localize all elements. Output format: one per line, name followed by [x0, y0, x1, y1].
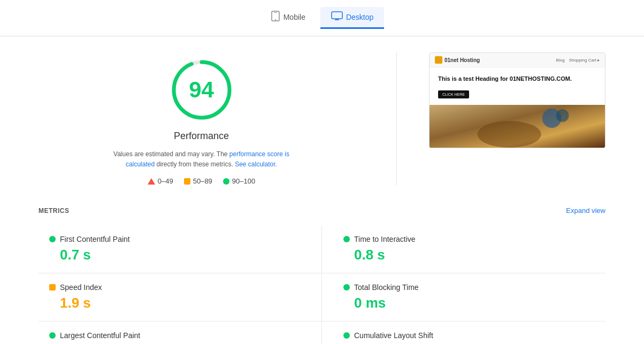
metric-tti-title-row: Time to Interactive	[343, 235, 594, 243]
metric-cls-title: Cumulative Layout Shift	[354, 331, 433, 340]
description-text: Values are estimated and may vary. The	[113, 150, 229, 158]
screenshot-header: 01net Hosting Blog Shopping Cart ▸	[430, 53, 605, 67]
tab-bar: Mobile Desktop	[0, 0, 644, 36]
svg-point-11	[477, 121, 541, 148]
metric-tbt-title-row: Total Blocking Time	[343, 283, 594, 292]
triangle-icon	[148, 178, 155, 185]
screenshot-section: 01net Hosting Blog Shopping Cart ▸ This …	[429, 52, 605, 148]
metric-lcp: Largest Contentful Paint 1.1 s	[39, 322, 322, 344]
metric-si-title: Speed Index	[60, 283, 102, 292]
legend-fail-range: 0–49	[158, 177, 173, 185]
top-section: 94 Performance Values are estimated and …	[39, 52, 605, 185]
score-gauge: 94	[170, 58, 234, 122]
legend-pass: 90–100	[223, 177, 255, 185]
metric-tbt-title: Total Blocking Time	[354, 283, 419, 292]
metric-si-title-row: Speed Index	[49, 283, 300, 292]
nav-item-2: Shopping Cart ▸	[569, 58, 600, 63]
calculator-link[interactable]: See calculator	[235, 160, 275, 168]
screenshot-nav: Blog Shopping Cart ▸	[556, 58, 600, 63]
metric-tti-value: 0.8 s	[354, 247, 594, 263]
svg-rect-3	[332, 12, 342, 19]
metric-tbt-dot	[343, 284, 350, 291]
metrics-title: METRICS	[39, 207, 70, 215]
legend-fail: 0–49	[148, 177, 173, 185]
metric-cls-dot	[343, 332, 350, 339]
nav-item-1: Blog	[556, 58, 565, 63]
screenshot-food-image	[430, 105, 605, 148]
screenshot-cta-button: CLICK HERE	[438, 90, 469, 98]
metric-cls-title-row: Cumulative Layout Shift	[343, 331, 594, 340]
circle-icon	[223, 178, 229, 185]
metric-tti-dot	[343, 236, 350, 242]
metric-cls: Cumulative Layout Shift 0	[322, 322, 605, 344]
description-end: .	[275, 160, 277, 168]
tab-mobile-label: Mobile	[283, 13, 305, 21]
metric-fcp-value: 0.7 s	[60, 247, 300, 263]
legend-pass-range: 90–100	[232, 177, 255, 185]
score-section: 94 Performance Values are estimated and …	[39, 52, 364, 185]
square-icon	[184, 178, 190, 185]
metrics-grid: First Contentful Paint 0.7 s Time to Int…	[39, 225, 605, 344]
metric-si-dot	[49, 284, 56, 291]
tab-desktop-label: Desktop	[346, 13, 373, 21]
metric-si: Speed Index 1.9 s	[39, 273, 322, 322]
logo-icon	[435, 56, 442, 64]
metric-fcp-title: First Contentful Paint	[60, 235, 130, 243]
metric-tti: Time to Interactive 0.8 s	[322, 225, 605, 273]
score-description: Values are estimated and may vary. The p…	[100, 149, 303, 170]
legend: 0–49 50–89 90–100	[148, 177, 255, 185]
expand-view-button[interactable]: Expand view	[566, 207, 605, 215]
vertical-divider	[396, 52, 397, 185]
score-number: 94	[189, 77, 214, 103]
metric-lcp-dot	[49, 332, 56, 339]
svg-point-10	[556, 109, 569, 122]
metric-fcp-dot	[49, 236, 56, 242]
main-content: 94 Performance Values are estimated and …	[28, 36, 616, 344]
tab-desktop[interactable]: Desktop	[320, 7, 384, 29]
metric-fcp: First Contentful Paint 0.7 s	[39, 225, 322, 273]
metric-tbt: Total Blocking Time 0 ms	[322, 273, 605, 322]
metrics-section: METRICS Expand view First Contentful Pai…	[39, 207, 605, 344]
description-middle: directly from these metrics.	[155, 160, 235, 168]
svg-point-1	[275, 19, 276, 20]
screenshot-logo: 01net Hosting	[435, 56, 480, 64]
tab-mobile[interactable]: Mobile	[260, 6, 316, 29]
metric-tbt-value: 0 ms	[354, 295, 594, 311]
mobile-icon	[271, 11, 280, 24]
score-label: Performance	[174, 131, 229, 142]
screenshot-heading: This is a test Heading for 01NETHOSTING.…	[438, 75, 596, 83]
metrics-header: METRICS Expand view	[39, 207, 605, 215]
screenshot-body: This is a test Heading for 01NETHOSTING.…	[430, 67, 605, 105]
logo-text: 01net Hosting	[444, 57, 480, 63]
metric-fcp-title-row: First Contentful Paint	[49, 235, 300, 243]
desktop-icon	[331, 11, 343, 23]
metric-lcp-title-row: Largest Contentful Paint	[49, 331, 300, 340]
website-screenshot: 01net Hosting Blog Shopping Cart ▸ This …	[429, 52, 605, 148]
legend-average-range: 50–89	[193, 177, 212, 185]
metric-si-value: 1.9 s	[60, 295, 300, 311]
svg-rect-2	[274, 12, 277, 13]
legend-average: 50–89	[184, 177, 212, 185]
metric-tti-title: Time to Interactive	[354, 235, 416, 243]
metric-lcp-title: Largest Contentful Paint	[60, 331, 140, 340]
